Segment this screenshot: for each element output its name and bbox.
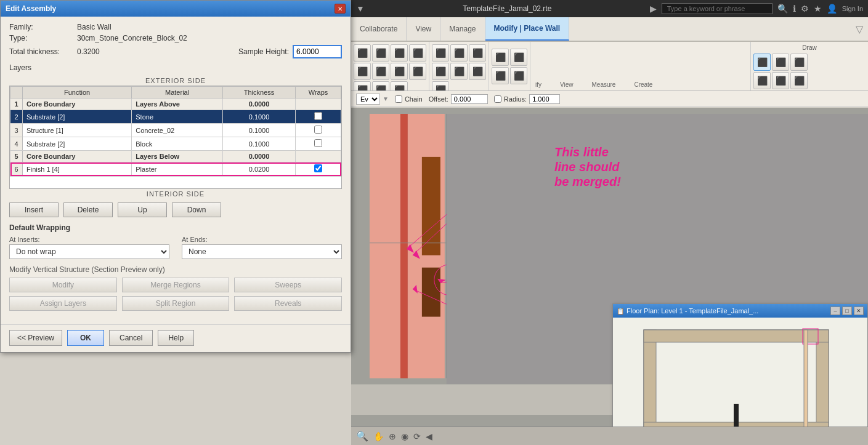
search-icon[interactable]: 🔍 xyxy=(777,4,788,14)
wraps-checkbox[interactable] xyxy=(314,126,322,134)
row-material-cell[interactable]: Plaster xyxy=(132,162,223,176)
tool5-btn[interactable]: ⬛ xyxy=(354,63,371,80)
row-material-cell[interactable]: Stone xyxy=(132,110,223,124)
keyword-search-input[interactable] xyxy=(662,3,773,14)
star-icon[interactable]: ★ xyxy=(814,4,822,14)
tool3-btn[interactable]: ⬛ xyxy=(391,44,408,62)
ribbon-collapse-icon[interactable]: ▽ xyxy=(856,23,863,35)
modify-tool5-btn[interactable]: ⬛ xyxy=(450,63,468,80)
modify-tool2-btn[interactable]: ⬛ xyxy=(450,44,468,62)
view-toolbar-bottom: 🔍 ✋ ⊕ ◉ ⟳ ◀ xyxy=(351,427,868,445)
modify-tool6-btn[interactable]: ⬛ xyxy=(469,63,486,80)
tool8-btn[interactable]: ⬛ xyxy=(409,63,426,80)
table-row[interactable]: 6Finish 1 [4]Plaster0.0200 xyxy=(10,162,341,176)
at-ends-select[interactable]: None Exterior Interior Both xyxy=(182,244,342,259)
row-material-cell[interactable]: Layers Above xyxy=(132,98,223,110)
row-material-cell[interactable]: Concrete_02 xyxy=(132,124,223,137)
tool4-btn[interactable]: ⬛ xyxy=(409,44,426,62)
empty-row xyxy=(10,176,341,188)
exterior-side-label: EXTERIOR SIDE xyxy=(9,77,342,84)
view-tool4-btn[interactable]: ⬛ xyxy=(510,67,527,84)
modify-tool4-btn[interactable]: ⬛ xyxy=(432,63,449,80)
arrow-right-icon[interactable]: ▶ xyxy=(650,4,657,14)
view-tool1-btn[interactable]: ⬛ xyxy=(492,49,509,66)
svg-rect-2 xyxy=(400,114,408,378)
insert-button[interactable]: Insert xyxy=(9,202,59,217)
up-button[interactable]: Up xyxy=(118,202,167,217)
draw-tool5-btn[interactable]: ⬛ xyxy=(772,72,789,89)
wraps-checkbox[interactable] xyxy=(314,164,322,172)
fp-close-btn[interactable]: ✕ xyxy=(854,307,864,315)
sample-height-label: Sample Height: xyxy=(238,47,289,56)
at-inserts-select[interactable]: Do not wrap Exterior Interior Both xyxy=(9,244,169,259)
layers-table-wrapper: Function Material Thickness Wraps 1Core … xyxy=(9,86,342,189)
down-button[interactable]: Down xyxy=(172,202,221,217)
tool2-btn[interactable]: ⬛ xyxy=(372,44,389,62)
draw-tool2-btn[interactable]: ⬛ xyxy=(772,54,789,71)
chain-label: Chain xyxy=(405,95,423,103)
draw-tool4-btn[interactable]: ⬛ xyxy=(753,72,771,89)
ok-button[interactable]: OK xyxy=(67,330,104,346)
tool7-btn[interactable]: ⬛ xyxy=(391,63,408,80)
modify-tool1-btn[interactable]: ⬛ xyxy=(432,44,449,62)
table-row[interactable]: 4Substrate [2]Block0.1000 xyxy=(10,137,341,151)
pan-icon[interactable]: ✋ xyxy=(373,431,384,441)
app-menu-icon[interactable]: ▼ xyxy=(356,4,365,14)
tab-collaborate[interactable]: Collaborate xyxy=(351,17,407,41)
draw-tool3-btn[interactable]: ⬛ xyxy=(790,54,808,71)
row-wraps-cell xyxy=(296,124,341,137)
preview-button[interactable]: << Preview xyxy=(9,330,62,346)
table-row[interactable]: 5Core BoundaryLayers Below0.0000 xyxy=(10,151,341,162)
sample-height-input[interactable] xyxy=(293,45,342,58)
dialog-title: Edit Assembly xyxy=(6,4,56,13)
wraps-checkbox[interactable] xyxy=(314,112,322,120)
dialog-close-button[interactable]: ✕ xyxy=(335,4,346,14)
radius-input[interactable] xyxy=(529,94,560,104)
tool10-btn[interactable]: ⬛ xyxy=(372,81,389,91)
sync-icon[interactable]: ⟳ xyxy=(413,431,421,441)
row-function-cell: Structure [1] xyxy=(23,124,132,137)
layers-label-row: Layers xyxy=(9,63,342,74)
row-material-cell[interactable]: Block xyxy=(132,137,223,151)
tool11-btn[interactable]: ⬛ xyxy=(391,81,408,91)
view-tool2-btn[interactable]: ⬛ xyxy=(510,49,527,66)
modify-tool3-btn[interactable]: ⬛ xyxy=(469,44,486,62)
modify-tool7-btn[interactable]: ⬛ xyxy=(432,81,449,91)
zoom-icon[interactable]: 🔍 xyxy=(356,430,368,442)
cancel-button[interactable]: Cancel xyxy=(109,330,153,346)
fp-restore-btn[interactable]: □ xyxy=(842,307,852,315)
table-row[interactable]: 3Structure [1]Concrete_020.1000 xyxy=(10,124,341,137)
draw-tool1-btn[interactable]: ⬛ xyxy=(753,54,771,71)
assign-layers-button: Assign Layers xyxy=(9,296,117,311)
family-label: Family: xyxy=(9,23,77,31)
table-row[interactable]: 1Core BoundaryLayers Above0.0000 xyxy=(10,98,341,110)
row-wraps-cell[interactable] xyxy=(296,162,341,176)
offset-input[interactable] xyxy=(451,94,488,104)
radius-checkbox[interactable] xyxy=(494,95,501,103)
tool6-btn[interactable]: ⬛ xyxy=(372,63,389,80)
wraps-checkbox[interactable] xyxy=(314,139,322,147)
tool9-btn[interactable]: ⬛ xyxy=(354,81,371,91)
help-button[interactable]: Help xyxy=(158,330,194,346)
select-tool-btn[interactable]: ⬛ xyxy=(354,44,371,62)
row-thickness-cell: 0.0000 xyxy=(222,151,295,162)
draw-tool6-btn[interactable]: ⬛ xyxy=(790,72,808,89)
sign-in-link[interactable]: Sign In xyxy=(842,5,863,12)
chain-checkbox[interactable] xyxy=(395,95,402,103)
steering-wheels-icon[interactable]: ⊕ xyxy=(389,431,396,441)
tab-modify-place-wall[interactable]: Modify | Place Wall xyxy=(485,17,570,41)
delete-button[interactable]: Delete xyxy=(63,202,113,217)
fp-minimize-btn[interactable]: – xyxy=(830,307,840,315)
table-row[interactable]: 2Substrate [2]Stone0.1000 xyxy=(10,110,341,124)
wall-type-dropdown[interactable]: Ev xyxy=(356,94,380,105)
tab-manage[interactable]: Manage xyxy=(440,17,485,41)
view-cube-icon[interactable]: ◉ xyxy=(401,431,408,441)
row-num-cell: 1 xyxy=(10,98,23,110)
row-material-cell[interactable]: Layers Below xyxy=(132,151,223,162)
tab-view[interactable]: View xyxy=(407,17,440,41)
collapse-arrow-icon[interactable]: ◀ xyxy=(426,431,432,441)
settings-icon[interactable]: ⚙ xyxy=(801,4,809,14)
user-icon[interactable]: 👤 xyxy=(827,4,837,14)
view-tool3-btn[interactable]: ⬛ xyxy=(492,67,509,84)
info-icon[interactable]: ℹ xyxy=(793,4,796,14)
